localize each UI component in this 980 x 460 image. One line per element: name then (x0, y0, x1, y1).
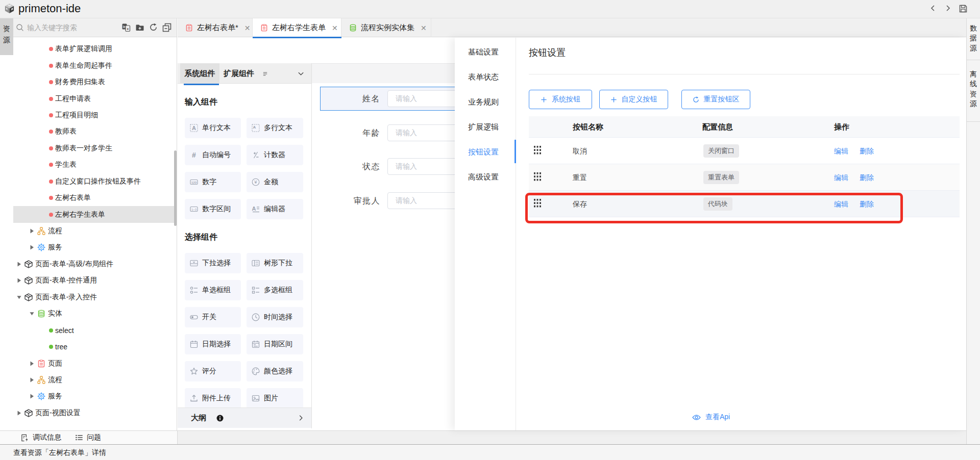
component-chip[interactable]: 下拉选择 (185, 253, 241, 273)
palette-chevron-down-icon[interactable] (298, 70, 304, 77)
component-chip[interactable]: 附件上传 (185, 388, 241, 407)
editor-tab-2[interactable]: 流程实例实体集 ✕ (341, 18, 431, 37)
tab-close-icon[interactable]: ✕ (244, 24, 251, 32)
tree-item[interactable]: 教师表一对多学生 (13, 140, 177, 157)
palette-tab-system[interactable]: 系统组件 (180, 63, 219, 84)
component-chip[interactable]: 多选框组 (247, 280, 303, 300)
component-chip[interactable]: 编辑器 (247, 199, 303, 219)
tree-item[interactable]: 教师表 (13, 123, 177, 140)
tree-caret-icon[interactable] (30, 377, 34, 382)
tree-item[interactable]: 工程申请表 (13, 90, 177, 107)
tree-item[interactable]: 财务费用归集表 (13, 74, 177, 90)
component-chip[interactable]: 树形下拉 (247, 253, 303, 273)
component-chip[interactable]: 日期区间 (247, 334, 303, 354)
component-chip[interactable]: 自动编号 (185, 145, 241, 165)
drag-handle-icon[interactable] (534, 199, 541, 209)
rail-tab-resources[interactable]: 资源 (0, 18, 13, 55)
rail-tab-offline-resources[interactable]: 离线资源 (967, 69, 980, 109)
tree-item[interactable]: 流程 (13, 223, 177, 239)
component-chip-label: 附件上传 (202, 394, 231, 403)
tree-item[interactable]: 学生表 (13, 157, 177, 173)
tab-close-icon[interactable]: ✕ (421, 24, 427, 32)
delete-link[interactable]: 删除 (860, 191, 874, 217)
tree-item[interactable]: 服务 (13, 388, 177, 404)
search-input[interactable]: 输入关键字搜索 (27, 23, 77, 33)
tree-item[interactable]: 流程 (13, 372, 177, 388)
tree-caret-icon[interactable] (17, 411, 21, 416)
tree-caret-icon[interactable] (30, 311, 34, 316)
save-icon[interactable] (959, 4, 968, 13)
view-api-link[interactable]: 查看Api (692, 413, 730, 422)
add-system-button[interactable]: 系统按钮 (529, 90, 592, 109)
edit-link[interactable]: 编辑 (834, 164, 848, 191)
tab-close-icon[interactable]: ✕ (332, 24, 338, 32)
edit-link[interactable]: 编辑 (834, 138, 848, 164)
problems-button[interactable]: 问题 (75, 433, 101, 442)
tree-item[interactable]: tree (13, 339, 177, 355)
tree-item[interactable]: 工程项目明细 (13, 107, 177, 123)
tree-caret-icon[interactable] (17, 262, 21, 267)
edit-link[interactable]: 编辑 (834, 191, 848, 217)
rail-tab-datasource[interactable]: 数据源 (967, 23, 980, 53)
drag-handle-icon[interactable] (534, 172, 541, 183)
component-chip[interactable]: 图片 (247, 388, 303, 407)
settings-menu-item[interactable]: 业务规则 (455, 90, 516, 115)
component-chip[interactable]: 数字区间 (185, 199, 241, 219)
editor-tab-0[interactable]: 左树右表单* ✕ (178, 18, 253, 37)
settings-menu-item[interactable]: 高级设置 (455, 165, 516, 190)
component-chip[interactable]: 单行文本 (185, 118, 241, 138)
tree-caret-icon[interactable] (17, 278, 21, 283)
sidebar-scrollbar[interactable] (174, 150, 177, 226)
component-chip[interactable]: 计数器 (247, 145, 303, 165)
tree-caret-icon[interactable] (30, 361, 34, 366)
tree-item[interactable]: 自定义窗口操作按钮及事件 (13, 173, 177, 190)
table-row: 重置 重置表单 编辑 删除 (529, 164, 960, 191)
back-icon[interactable] (929, 4, 937, 12)
reset-button-area-button[interactable]: 重置按钮区 (681, 90, 750, 109)
component-chip[interactable]: 日期选择 (185, 334, 241, 354)
tree-item[interactable]: 页面-视图设置 (13, 405, 177, 421)
refresh-icon[interactable] (149, 23, 158, 32)
tree-item[interactable]: 表单生命周起事件 (13, 57, 177, 73)
tree-item[interactable]: select (13, 322, 177, 338)
tree-caret-icon[interactable] (30, 228, 34, 234)
component-chip[interactable]: 单选框组 (185, 280, 241, 300)
palette-tab-extension[interactable]: 扩展组件 (224, 63, 254, 84)
import-icon[interactable] (121, 23, 131, 32)
tree-item[interactable]: 页面-表单-高级/布局组件 (13, 256, 177, 272)
editor-tab-1-active[interactable]: 左树右学生表单 ✕ (253, 18, 341, 37)
outline-bar[interactable]: 大纲 (178, 407, 311, 428)
delete-link[interactable]: 删除 (860, 164, 874, 191)
tree-item-label: 工程项目明细 (55, 111, 98, 120)
tree-caret-icon[interactable] (30, 245, 34, 250)
debug-info-button[interactable]: 调试信息 (20, 433, 61, 442)
component-chip[interactable]: 开关 (185, 307, 241, 327)
add-custom-button[interactable]: 自定义按钮 (599, 90, 668, 109)
palette-list-icon[interactable] (262, 71, 268, 76)
component-chip[interactable]: 多行文本 (247, 118, 303, 138)
component-chip[interactable]: 金额 (247, 172, 303, 192)
tree-item[interactable]: 页面-表单-录入控件 (13, 289, 177, 305)
tree-item[interactable]: 页面 (13, 355, 177, 371)
component-chip[interactable]: 数字 (185, 172, 241, 192)
forward-icon[interactable] (944, 4, 952, 12)
settings-menu-item[interactable]: 表单状态 (455, 65, 516, 90)
tree-caret-icon[interactable] (17, 295, 21, 300)
drag-handle-icon[interactable] (534, 146, 541, 156)
collapse-all-icon[interactable] (162, 23, 172, 32)
settings-menu-item[interactable]: 扩展逻辑 (455, 115, 516, 140)
component-chip[interactable]: 评分 (185, 361, 241, 381)
tree-item[interactable]: 实体 (13, 305, 177, 322)
component-chip[interactable]: 颜色选择 (247, 361, 303, 381)
tree-item[interactable]: 页面-表单-控件通用 (13, 272, 177, 289)
delete-link[interactable]: 删除 (860, 138, 874, 164)
tree-item[interactable]: 左树右学生表单 (13, 206, 177, 222)
settings-menu-item[interactable]: 按钮设置 (455, 140, 516, 165)
tree-caret-icon[interactable] (30, 394, 34, 399)
tree-item[interactable]: 服务 (13, 239, 177, 255)
tree-item[interactable]: 左树右表单 (13, 190, 177, 206)
folder-add-icon[interactable] (135, 23, 144, 32)
component-chip[interactable]: 时间选择 (247, 307, 303, 327)
settings-menu-item[interactable]: 基础设置 (455, 40, 516, 65)
tree-item[interactable]: 表单扩展逻辑调用 (13, 41, 177, 57)
